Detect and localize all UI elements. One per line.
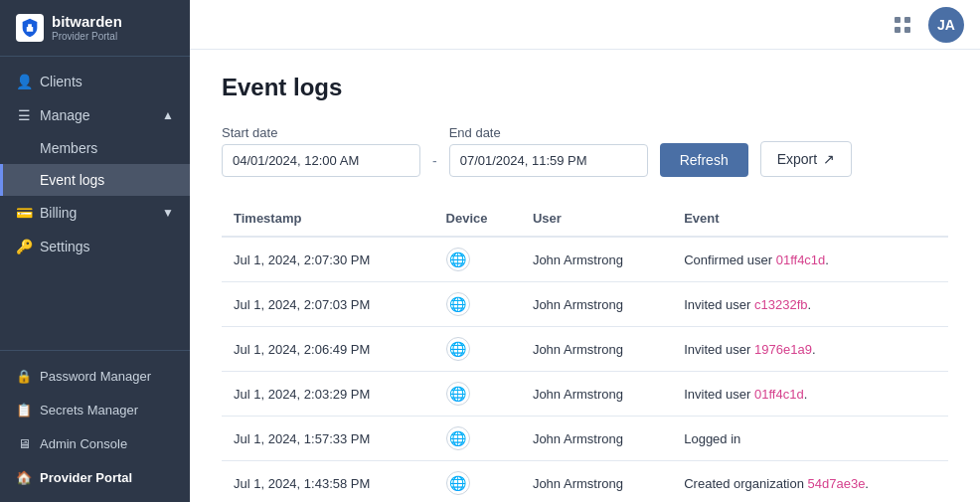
cell-event: Invited user c13232fb. — [672, 282, 948, 327]
cell-user: John Armstrong — [521, 327, 672, 372]
end-date-label: End date — [449, 125, 648, 140]
sidebar-bottom: 🔒 Password Manager 📋 Secrets Manager 🖥 A… — [0, 350, 190, 502]
table-row: Jul 1, 2024, 1:57:33 PM🌐John ArmstrongLo… — [222, 417, 948, 461]
sidebar-item-billing[interactable]: 💳 Billing ▼ — [0, 196, 190, 230]
bitwarden-logo-icon — [16, 14, 44, 42]
cell-user: John Armstrong — [521, 237, 672, 282]
sidebar-item-event-logs[interactable]: Event logs — [0, 164, 190, 196]
table-row: Jul 1, 2024, 2:07:03 PM🌐John ArmstrongIn… — [222, 282, 948, 327]
refresh-button[interactable]: Refresh — [660, 143, 748, 177]
cell-timestamp: Jul 1, 2024, 2:07:30 PM — [222, 237, 434, 282]
sidebar-item-password-manager[interactable]: 🔒 Password Manager — [0, 359, 190, 393]
event-link[interactable]: 01ff4c1d — [754, 387, 804, 402]
sidebar-secrets-manager-label: Secrets Manager — [40, 403, 138, 418]
user-avatar[interactable]: JA — [928, 7, 964, 43]
provider-portal-icon: 🏠 — [16, 469, 32, 485]
table-row: Jul 1, 2024, 2:06:49 PM🌐John ArmstrongIn… — [222, 327, 948, 372]
event-logs-table: Timestamp Device User Event Jul 1, 2024,… — [222, 201, 948, 502]
logo-name: bitwarden — [52, 14, 122, 31]
page-title: Event logs — [222, 74, 948, 101]
device-icon: 🌐 — [446, 382, 470, 406]
event-link[interactable]: 54d7ae3e — [808, 476, 866, 491]
export-icon: ↗ — [823, 151, 835, 167]
col-event: Event — [672, 201, 948, 237]
sidebar-settings-label: Settings — [40, 239, 90, 254]
cell-timestamp: Jul 1, 2024, 2:03:29 PM — [222, 372, 434, 417]
end-date-group: End date — [449, 125, 648, 177]
filter-row: Start date - End date Refresh Export ↗ — [222, 125, 948, 177]
table-row: Jul 1, 2024, 2:03:29 PM🌐John ArmstrongIn… — [222, 372, 948, 417]
cell-event: Logged in — [672, 417, 948, 461]
start-date-group: Start date — [222, 125, 420, 177]
sidebar-item-members[interactable]: Members — [0, 132, 190, 164]
sidebar-clients-label: Clients — [40, 74, 82, 89]
cell-user: John Armstrong — [521, 282, 672, 327]
sidebar-event-logs-label: Event logs — [40, 172, 104, 188]
event-link[interactable]: c13232fb — [754, 297, 808, 312]
page-content: Event logs Start date - End date Refresh… — [190, 50, 980, 502]
sidebar: bitwarden Provider Portal 👤 Clients ☰ Ma… — [0, 0, 190, 502]
grid-icon-button[interactable] — [889, 11, 916, 39]
cell-device: 🌐 — [434, 237, 521, 282]
cell-device: 🌐 — [434, 461, 521, 503]
sidebar-provider-portal-label: Provider Portal — [40, 470, 132, 485]
sidebar-billing-label: Billing — [40, 205, 77, 221]
table-body: Jul 1, 2024, 2:07:30 PM🌐John ArmstrongCo… — [222, 237, 948, 502]
svg-rect-1 — [904, 17, 910, 23]
cell-device: 🌐 — [434, 327, 521, 372]
end-date-input[interactable] — [449, 144, 648, 177]
cell-timestamp: Jul 1, 2024, 1:43:58 PM — [222, 461, 434, 503]
col-user: User — [521, 201, 672, 237]
billing-chevron-icon: ▼ — [162, 206, 174, 220]
table-row: Jul 1, 2024, 2:07:30 PM🌐John ArmstrongCo… — [222, 237, 948, 282]
admin-console-icon: 🖥 — [16, 435, 32, 451]
device-icon: 🌐 — [446, 248, 470, 271]
sidebar-navigation: 👤 Clients ☰ Manage ▲ Members Event logs … — [0, 57, 190, 350]
table-header: Timestamp Device User Event — [222, 201, 948, 237]
event-link[interactable]: 01ff4c1d — [776, 252, 826, 267]
logo-sub: Provider Portal — [52, 31, 122, 42]
cell-user: John Armstrong — [521, 461, 672, 503]
col-timestamp: Timestamp — [222, 201, 434, 237]
start-date-input[interactable] — [222, 144, 420, 177]
sidebar-item-secrets-manager[interactable]: 📋 Secrets Manager — [0, 393, 190, 426]
sidebar-members-label: Members — [40, 140, 97, 156]
sidebar-item-clients[interactable]: 👤 Clients — [0, 65, 190, 98]
export-label: Export — [777, 151, 817, 167]
password-manager-icon: 🔒 — [16, 368, 32, 384]
clients-icon: 👤 — [16, 74, 32, 89]
svg-rect-3 — [904, 27, 910, 33]
settings-icon: 🔑 — [16, 239, 32, 254]
device-icon: 🌐 — [446, 426, 470, 450]
cell-event: Confirmed user 01ff4c1d. — [672, 237, 948, 282]
table-row: Jul 1, 2024, 1:43:58 PM🌐John ArmstrongCr… — [222, 461, 948, 503]
sidebar-item-manage[interactable]: ☰ Manage ▲ — [0, 98, 190, 132]
cell-timestamp: Jul 1, 2024, 2:07:03 PM — [222, 282, 434, 327]
cell-event: Created organization 54d7ae3e. — [672, 461, 948, 503]
header-bar: JA — [190, 0, 980, 50]
cell-device: 🌐 — [434, 372, 521, 417]
cell-timestamp: Jul 1, 2024, 1:57:33 PM — [222, 417, 434, 461]
cell-event: Invited user 1976e1a9. — [672, 327, 948, 372]
start-date-label: Start date — [222, 125, 420, 140]
logo-text: bitwarden Provider Portal — [52, 14, 122, 42]
date-separator: - — [432, 153, 437, 169]
event-link[interactable]: 1976e1a9 — [754, 342, 812, 357]
cell-user: John Armstrong — [521, 417, 672, 461]
svg-rect-2 — [895, 27, 900, 33]
col-device: Device — [434, 201, 521, 237]
billing-icon: 💳 — [16, 205, 32, 221]
cell-device: 🌐 — [434, 417, 521, 461]
secrets-manager-icon: 📋 — [16, 402, 32, 418]
sidebar-manage-label: Manage — [40, 107, 90, 123]
main-content: JA Event logs Start date - End date Refr… — [190, 0, 980, 502]
cell-device: 🌐 — [434, 282, 521, 327]
sidebar-item-admin-console[interactable]: 🖥 Admin Console — [0, 426, 190, 460]
sidebar-password-manager-label: Password Manager — [40, 369, 151, 384]
sidebar-item-provider-portal[interactable]: 🏠 Provider Portal — [0, 460, 190, 494]
sidebar-item-settings[interactable]: 🔑 Settings — [0, 230, 190, 263]
svg-rect-0 — [895, 17, 900, 23]
export-button[interactable]: Export ↗ — [760, 141, 852, 177]
cell-user: John Armstrong — [521, 372, 672, 417]
sidebar-logo: bitwarden Provider Portal — [0, 0, 190, 57]
